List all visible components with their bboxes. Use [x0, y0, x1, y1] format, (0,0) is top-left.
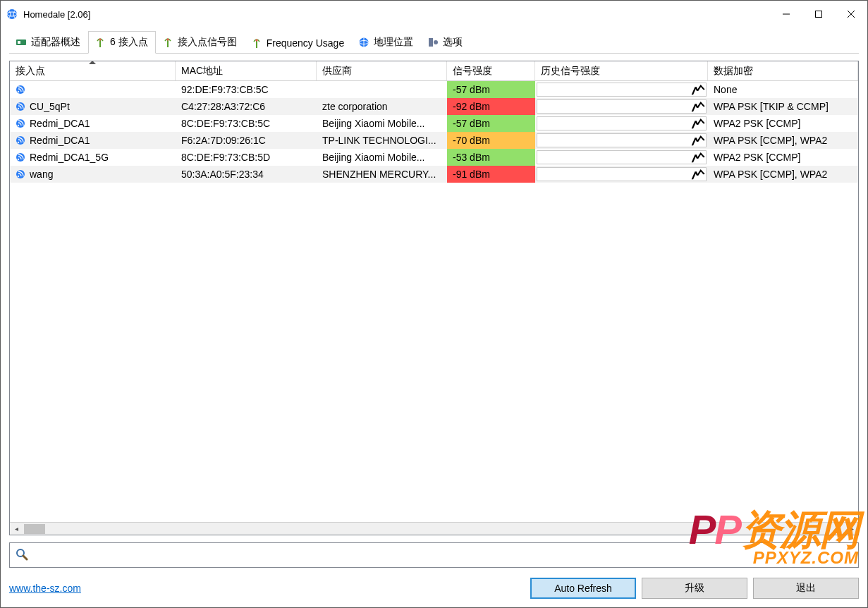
cell-vendor: Beijing Xiaomi Mobile... — [317, 149, 447, 166]
svg-rect-3 — [816, 11, 822, 18]
table-row[interactable]: CU_5qPtC4:27:28:A3:72:C6zte corporation-… — [10, 98, 858, 115]
wifi-icon — [16, 169, 25, 179]
cell-encryption: WPA PSK [TKIP & CCMP] — [708, 98, 858, 115]
horizontal-scrollbar[interactable]: ◂ ▸ — [10, 522, 858, 535]
cell-ap — [10, 81, 176, 98]
window-controls — [770, 4, 867, 25]
cell-signal: -92 dBm — [447, 98, 535, 115]
minimize-button[interactable] — [770, 4, 802, 25]
upgrade-button[interactable]: 升级 — [642, 578, 747, 599]
table-row[interactable]: 92:DE:F9:73:CB:5C-57 dBmNone — [10, 81, 858, 98]
ap-name: wang — [30, 169, 53, 180]
search-input[interactable] — [32, 549, 852, 561]
window-title: Homedale [2.06] — [23, 9, 90, 20]
cell-history — [535, 81, 708, 98]
col-signal[interactable]: 信号强度 — [447, 61, 535, 80]
tab-1[interactable]: 6 接入点 — [88, 31, 156, 54]
cell-mac: C4:27:28:A3:72:C6 — [176, 98, 317, 115]
wifi-icon — [16, 102, 25, 111]
tab-label: 适配器概述 — [31, 36, 80, 49]
app-icon — [6, 8, 18, 20]
col-access-point[interactable]: 接入点 — [10, 61, 176, 80]
scroll-track[interactable] — [23, 523, 845, 535]
ap-name: Redmi_DCA1 — [30, 135, 90, 146]
sparkline — [537, 133, 707, 147]
cell-encryption: WPA2 PSK [CCMP] — [708, 115, 858, 132]
tab-3[interactable]: Frequency Usage — [245, 32, 353, 53]
cell-ap: CU_5qPt — [10, 98, 176, 115]
svg-point-0 — [7, 9, 17, 19]
tab-2[interactable]: 接入点信号图 — [156, 31, 245, 53]
globe-icon — [358, 37, 369, 48]
adapter-icon — [16, 37, 27, 48]
sparkline — [537, 83, 707, 97]
sparkline — [537, 150, 707, 164]
tab-0[interactable]: 适配器概述 — [9, 31, 88, 53]
cell-history — [535, 149, 708, 166]
cell-mac: 8C:DE:F9:73:CB:5C — [176, 115, 317, 132]
website-link[interactable]: www.the-sz.com — [9, 583, 81, 594]
svg-line-32 — [23, 556, 27, 559]
titlebar[interactable]: Homedale [2.06] — [1, 1, 867, 28]
wifi-icon — [16, 135, 25, 145]
svg-point-18 — [434, 40, 438, 44]
table-row[interactable]: Redmi_DCA1_5G8C:DE:F9:73:CB:5DBeijing Xi… — [10, 149, 858, 166]
sparkline — [537, 116, 707, 130]
tab-5[interactable]: 选项 — [421, 31, 470, 53]
table-row[interactable]: Redmi_DCA1F6:2A:7D:09:26:1CTP-LINK TECHN… — [10, 132, 858, 149]
cell-history — [535, 132, 708, 149]
cell-ap: wang — [10, 166, 176, 183]
cell-mac: 8C:DE:F9:73:CB:5D — [176, 149, 317, 166]
svg-rect-17 — [429, 38, 433, 47]
exit-button[interactable]: 退出 — [753, 578, 859, 599]
table-body[interactable]: 92:DE:F9:73:CB:5C-57 dBmNoneCU_5qPtC4:27… — [10, 81, 858, 522]
table-row[interactable]: Redmi_DCA18C:DE:F9:73:CB:5CBeijing Xiaom… — [10, 115, 858, 132]
cell-history — [535, 98, 708, 115]
col-encryption[interactable]: 数据加密 — [708, 61, 858, 80]
svg-point-13 — [255, 39, 257, 42]
cell-vendor: TP-LINK TECHNOLOGI... — [317, 132, 447, 149]
tab-4[interactable]: 地理位置 — [352, 31, 421, 53]
svg-rect-7 — [18, 41, 20, 44]
antenna-icon — [162, 37, 173, 48]
wifi-icon — [16, 118, 25, 128]
cell-encryption: WPA PSK [CCMP], WPA2 — [708, 132, 858, 149]
auto-refresh-button[interactable]: Auto Refresh — [530, 578, 636, 599]
tab-label: 地理位置 — [374, 36, 413, 49]
cell-mac: 50:3A:A0:5F:23:34 — [176, 166, 317, 183]
svg-point-11 — [166, 39, 169, 41]
cell-history — [535, 166, 708, 183]
cell-encryption: WPA PSK [CCMP], WPA2 — [708, 166, 858, 183]
cell-signal: -70 dBm — [447, 132, 535, 149]
search-icon — [16, 548, 28, 563]
content-area: 适配器概述6 接入点接入点信号图Frequency Usage地理位置选项 接入… — [1, 28, 867, 607]
wifi-icon — [16, 152, 25, 162]
table-header: 接入点 MAC地址 供应商 信号强度 历史信号强度 数据加密 — [10, 61, 858, 81]
cell-vendor: Beijing Xiaomi Mobile... — [317, 115, 447, 132]
col-mac[interactable]: MAC地址 — [176, 61, 317, 80]
search-bar — [9, 542, 859, 568]
options-icon — [427, 37, 439, 48]
table-row[interactable]: wang50:3A:A0:5F:23:34SHENZHEN MERCURY...… — [10, 166, 858, 183]
maximize-button[interactable] — [802, 4, 835, 25]
cell-ap: Redmi_DCA1_5G — [10, 149, 176, 166]
close-button[interactable] — [835, 4, 867, 25]
tab-label: 6 接入点 — [110, 36, 148, 49]
svg-point-20 — [18, 91, 19, 92]
col-vendor[interactable]: 供应商 — [317, 61, 447, 80]
scroll-left-icon[interactable]: ◂ — [10, 525, 23, 533]
tab-label: 接入点信号图 — [178, 36, 237, 49]
svg-point-26 — [18, 142, 19, 143]
col-history[interactable]: 历史信号强度 — [535, 61, 708, 80]
cell-vendor — [317, 81, 447, 98]
cell-encryption: WPA2 PSK [CCMP] — [708, 149, 858, 166]
svg-point-30 — [18, 176, 19, 177]
sparkline — [537, 99, 707, 114]
footer-bar: www.the-sz.com Auto Refresh 升级 退出 — [9, 578, 859, 599]
scroll-thumb[interactable] — [24, 524, 45, 534]
sparkline — [537, 167, 707, 181]
ap-name: Redmi_DCA1_5G — [30, 152, 109, 163]
tab-label: Frequency Usage — [267, 37, 345, 49]
scroll-right-icon[interactable]: ▸ — [845, 525, 858, 533]
svg-point-28 — [18, 159, 19, 160]
